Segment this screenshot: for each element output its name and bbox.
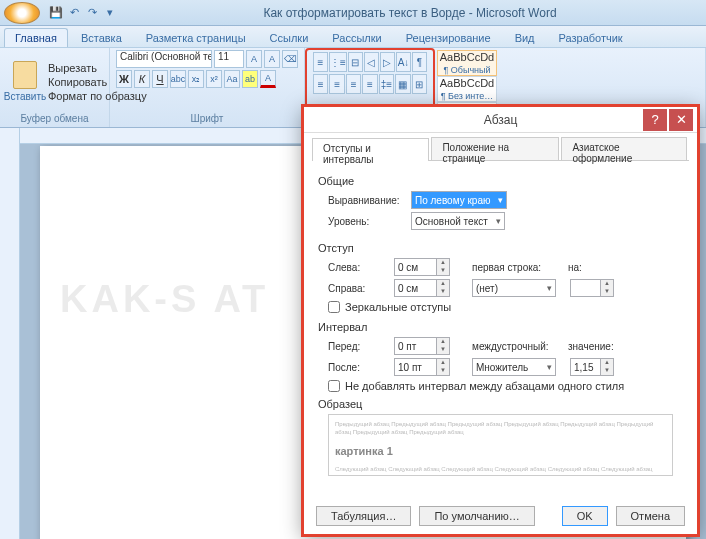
mirror-indents-checkbox[interactable]	[328, 301, 340, 313]
line-spacing-button[interactable]: ‡≡	[379, 74, 394, 94]
subscript-button[interactable]: x₂	[188, 70, 204, 88]
tab-home[interactable]: Главная	[4, 28, 68, 47]
paragraph-dialog: Абзац ? ✕ Отступы и интервалы Положение …	[303, 106, 698, 535]
dialog-close-button[interactable]: ✕	[669, 109, 693, 131]
case-button[interactable]: Aa	[224, 70, 240, 88]
numbering-button[interactable]: ⋮≡	[329, 52, 347, 72]
linespacing-select[interactable]: Множитель	[472, 358, 556, 376]
default-button[interactable]: По умолчанию…	[419, 506, 534, 526]
cancel-button[interactable]: Отмена	[616, 506, 685, 526]
tab-references[interactable]: Ссылки	[259, 28, 320, 47]
qat-dropdown-icon[interactable]: ▾	[102, 5, 118, 21]
borders-button[interactable]: ⊞	[412, 74, 427, 94]
no-space-same-style-label: Не добавлять интервал между абзацами одн…	[345, 380, 624, 392]
window-title: Как отформатировать текст в Ворде - Micr…	[118, 6, 702, 20]
clear-format-icon[interactable]: ⌫	[282, 50, 298, 68]
dialog-help-button[interactable]: ?	[643, 109, 667, 131]
preview-box: Предыдущий абзац Предыдущий абзац Предыд…	[328, 414, 673, 476]
alignment-label: Выравнивание:	[328, 195, 403, 206]
linespacing-at-input[interactable]: ▲▼	[570, 358, 614, 376]
increase-indent-button[interactable]: ▷	[380, 52, 395, 72]
indent-right-label: Справа:	[328, 283, 386, 294]
tab-indents[interactable]: Отступы и интервалы	[312, 138, 429, 161]
tab-developer[interactable]: Разработчик	[548, 28, 634, 47]
multilevel-button[interactable]: ⊟	[348, 52, 363, 72]
underline-button[interactable]: Ч	[152, 70, 168, 88]
align-center-button[interactable]: ≡	[329, 74, 344, 94]
decrease-indent-button[interactable]: ◁	[364, 52, 379, 72]
font-group: Calibri (Основной те 11 A A ⌫ Ж К Ч abc …	[110, 48, 305, 127]
dialog-titlebar: Абзац ? ✕	[304, 107, 697, 133]
ribbon-tabs: Главная Вставка Разметка страницы Ссылки…	[0, 26, 706, 48]
tab-linebreaks[interactable]: Положение на странице	[431, 137, 559, 160]
tab-insert[interactable]: Вставка	[70, 28, 133, 47]
firstline-by-input[interactable]: ▲▼	[570, 279, 614, 297]
grow-font-icon[interactable]: A	[246, 50, 262, 68]
style-nospacing[interactable]: AaBbCcDd ¶ Без инте…	[437, 76, 497, 102]
italic-button[interactable]: К	[134, 70, 150, 88]
font-name-select[interactable]: Calibri (Основной те	[116, 50, 212, 68]
tab-view[interactable]: Вид	[504, 28, 546, 47]
tab-asian[interactable]: Азиатское оформление	[561, 137, 687, 160]
outline-level-label: Уровень:	[328, 216, 403, 227]
undo-icon[interactable]: ↶	[66, 5, 82, 21]
tab-review[interactable]: Рецензирование	[395, 28, 502, 47]
style-normal[interactable]: AaBbCcDd ¶ Обычный	[437, 50, 497, 76]
clipboard-group: Вставить Вырезать Копировать Формат по о…	[0, 48, 110, 127]
ok-button[interactable]: OK	[562, 506, 608, 526]
mirror-indents-label: Зеркальные отступы	[345, 301, 451, 313]
font-label: Шрифт	[116, 113, 298, 125]
tab-mailings[interactable]: Рассылки	[321, 28, 392, 47]
save-icon[interactable]: 💾	[48, 5, 64, 21]
tab-layout[interactable]: Разметка страницы	[135, 28, 257, 47]
bold-button[interactable]: Ж	[116, 70, 132, 88]
paste-label: Вставить	[4, 91, 46, 102]
no-space-same-style-checkbox[interactable]	[328, 380, 340, 392]
dialog-title: Абзац	[484, 113, 518, 127]
highlight-button[interactable]: ab	[242, 70, 258, 88]
sort-button[interactable]: A↓	[396, 52, 411, 72]
alignment-select[interactable]: По левому краю	[411, 191, 507, 209]
firstline-label: первая строка:	[472, 262, 560, 273]
linespacing-label: междустрочный:	[472, 341, 560, 352]
align-right-button[interactable]: ≡	[346, 74, 361, 94]
dialog-body: Общие Выравнивание: По левому краю Урове…	[304, 161, 697, 488]
firstline-select[interactable]: (нет)	[472, 279, 556, 297]
justify-button[interactable]: ≡	[362, 74, 377, 94]
shading-button[interactable]: ▦	[395, 74, 410, 94]
redo-icon[interactable]: ↷	[84, 5, 100, 21]
indent-left-input[interactable]: ▲▼	[394, 258, 450, 276]
dialog-buttons: Табуляция… По умолчанию… OK Отмена	[316, 506, 685, 526]
indent-right-input[interactable]: ▲▼	[394, 279, 450, 297]
paste-button[interactable]: Вставить	[6, 50, 44, 113]
font-size-select[interactable]: 11	[214, 50, 244, 68]
spacing-label: Интервал	[318, 321, 683, 333]
space-after-label: После:	[328, 362, 386, 373]
strikethrough-button[interactable]: abc	[170, 70, 186, 88]
vertical-ruler[interactable]	[0, 128, 20, 539]
dialog-tabs: Отступы и интервалы Положение на страниц…	[312, 137, 689, 161]
firstline-by-label: на:	[568, 262, 608, 273]
indent-label: Отступ	[318, 242, 683, 254]
space-before-label: Перед:	[328, 341, 386, 352]
show-marks-button[interactable]: ¶	[412, 52, 427, 72]
space-before-input[interactable]: ▲▼	[394, 337, 450, 355]
superscript-button[interactable]: x²	[206, 70, 222, 88]
clipboard-label: Буфер обмена	[6, 113, 103, 125]
bullets-button[interactable]: ≡	[313, 52, 328, 72]
space-after-input[interactable]: ▲▼	[394, 358, 450, 376]
indent-left-label: Слева:	[328, 262, 386, 273]
paste-icon	[13, 61, 37, 89]
sample-label: Образец	[318, 398, 683, 410]
align-left-button[interactable]: ≡	[313, 74, 328, 94]
title-bar: 💾 ↶ ↷ ▾ Как отформатировать текст в Ворд…	[0, 0, 706, 26]
shrink-font-icon[interactable]: A	[264, 50, 280, 68]
linespacing-at-label: значение:	[568, 341, 608, 352]
font-color-button[interactable]: A	[260, 70, 276, 88]
tabs-button[interactable]: Табуляция…	[316, 506, 411, 526]
quick-access-toolbar: 💾 ↶ ↷ ▾	[48, 5, 118, 21]
outline-level-select[interactable]: Основной текст	[411, 212, 505, 230]
office-button[interactable]	[4, 2, 40, 24]
general-label: Общие	[318, 175, 683, 187]
